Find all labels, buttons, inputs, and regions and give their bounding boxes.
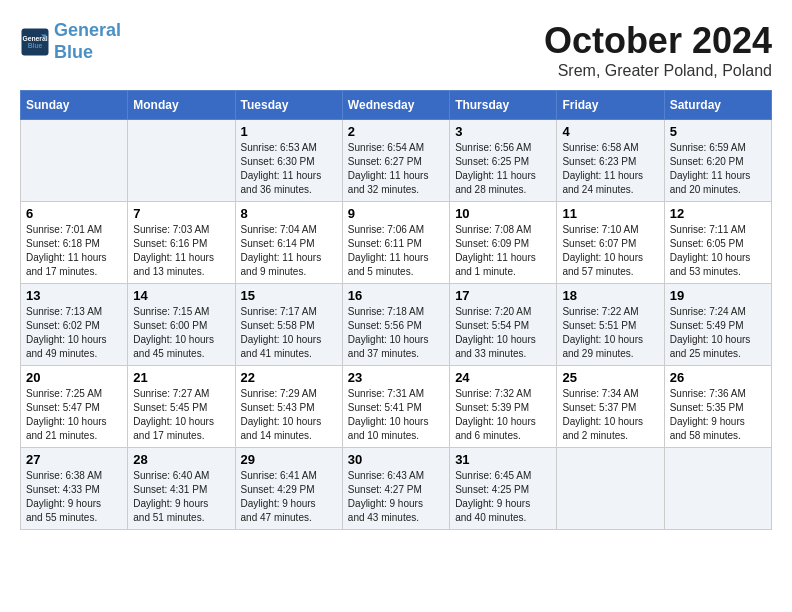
day-number: 7	[133, 206, 229, 221]
day-number: 13	[26, 288, 122, 303]
calendar-cell: 12Sunrise: 7:11 AM Sunset: 6:05 PM Dayli…	[664, 202, 771, 284]
calendar-cell	[21, 120, 128, 202]
day-number: 6	[26, 206, 122, 221]
day-number: 22	[241, 370, 337, 385]
calendar-cell: 13Sunrise: 7:13 AM Sunset: 6:02 PM Dayli…	[21, 284, 128, 366]
logo-icon: General Blue	[20, 27, 50, 57]
location-title: Srem, Greater Poland, Poland	[544, 62, 772, 80]
calendar-cell: 1Sunrise: 6:53 AM Sunset: 6:30 PM Daylig…	[235, 120, 342, 202]
day-header-saturday: Saturday	[664, 91, 771, 120]
calendar-cell: 19Sunrise: 7:24 AM Sunset: 5:49 PM Dayli…	[664, 284, 771, 366]
calendar-cell: 27Sunrise: 6:38 AM Sunset: 4:33 PM Dayli…	[21, 448, 128, 530]
day-number: 21	[133, 370, 229, 385]
day-info: Sunrise: 6:53 AM Sunset: 6:30 PM Dayligh…	[241, 141, 337, 197]
week-row-5: 27Sunrise: 6:38 AM Sunset: 4:33 PM Dayli…	[21, 448, 772, 530]
day-info: Sunrise: 6:54 AM Sunset: 6:27 PM Dayligh…	[348, 141, 444, 197]
day-info: Sunrise: 6:40 AM Sunset: 4:31 PM Dayligh…	[133, 469, 229, 525]
calendar-cell	[557, 448, 664, 530]
day-number: 29	[241, 452, 337, 467]
day-number: 31	[455, 452, 551, 467]
calendar-cell	[664, 448, 771, 530]
day-info: Sunrise: 7:13 AM Sunset: 6:02 PM Dayligh…	[26, 305, 122, 361]
day-number: 9	[348, 206, 444, 221]
day-header-monday: Monday	[128, 91, 235, 120]
week-row-2: 6Sunrise: 7:01 AM Sunset: 6:18 PM Daylig…	[21, 202, 772, 284]
calendar-cell: 18Sunrise: 7:22 AM Sunset: 5:51 PM Dayli…	[557, 284, 664, 366]
logo-text: General Blue	[54, 20, 121, 63]
day-number: 12	[670, 206, 766, 221]
calendar-cell: 24Sunrise: 7:32 AM Sunset: 5:39 PM Dayli…	[450, 366, 557, 448]
calendar-cell: 28Sunrise: 6:40 AM Sunset: 4:31 PM Dayli…	[128, 448, 235, 530]
day-info: Sunrise: 6:45 AM Sunset: 4:25 PM Dayligh…	[455, 469, 551, 525]
calendar-cell: 21Sunrise: 7:27 AM Sunset: 5:45 PM Dayli…	[128, 366, 235, 448]
day-info: Sunrise: 7:10 AM Sunset: 6:07 PM Dayligh…	[562, 223, 658, 279]
day-header-thursday: Thursday	[450, 91, 557, 120]
day-number: 28	[133, 452, 229, 467]
day-info: Sunrise: 7:29 AM Sunset: 5:43 PM Dayligh…	[241, 387, 337, 443]
day-number: 27	[26, 452, 122, 467]
calendar-cell: 31Sunrise: 6:45 AM Sunset: 4:25 PM Dayli…	[450, 448, 557, 530]
day-number: 5	[670, 124, 766, 139]
logo: General Blue General Blue	[20, 20, 121, 63]
day-header-sunday: Sunday	[21, 91, 128, 120]
calendar-cell: 2Sunrise: 6:54 AM Sunset: 6:27 PM Daylig…	[342, 120, 449, 202]
day-header-tuesday: Tuesday	[235, 91, 342, 120]
day-number: 14	[133, 288, 229, 303]
calendar-cell: 10Sunrise: 7:08 AM Sunset: 6:09 PM Dayli…	[450, 202, 557, 284]
day-number: 23	[348, 370, 444, 385]
calendar-cell: 30Sunrise: 6:43 AM Sunset: 4:27 PM Dayli…	[342, 448, 449, 530]
day-info: Sunrise: 7:03 AM Sunset: 6:16 PM Dayligh…	[133, 223, 229, 279]
week-row-3: 13Sunrise: 7:13 AM Sunset: 6:02 PM Dayli…	[21, 284, 772, 366]
calendar-cell: 29Sunrise: 6:41 AM Sunset: 4:29 PM Dayli…	[235, 448, 342, 530]
calendar-cell	[128, 120, 235, 202]
calendar-cell: 6Sunrise: 7:01 AM Sunset: 6:18 PM Daylig…	[21, 202, 128, 284]
day-info: Sunrise: 7:34 AM Sunset: 5:37 PM Dayligh…	[562, 387, 658, 443]
calendar-table: SundayMondayTuesdayWednesdayThursdayFrid…	[20, 90, 772, 530]
day-info: Sunrise: 7:31 AM Sunset: 5:41 PM Dayligh…	[348, 387, 444, 443]
day-header-wednesday: Wednesday	[342, 91, 449, 120]
day-info: Sunrise: 7:25 AM Sunset: 5:47 PM Dayligh…	[26, 387, 122, 443]
day-number: 26	[670, 370, 766, 385]
day-info: Sunrise: 7:32 AM Sunset: 5:39 PM Dayligh…	[455, 387, 551, 443]
calendar-cell: 5Sunrise: 6:59 AM Sunset: 6:20 PM Daylig…	[664, 120, 771, 202]
calendar-cell: 26Sunrise: 7:36 AM Sunset: 5:35 PM Dayli…	[664, 366, 771, 448]
day-number: 25	[562, 370, 658, 385]
day-info: Sunrise: 7:36 AM Sunset: 5:35 PM Dayligh…	[670, 387, 766, 443]
month-title: October 2024	[544, 20, 772, 62]
calendar-cell: 23Sunrise: 7:31 AM Sunset: 5:41 PM Dayli…	[342, 366, 449, 448]
day-number: 4	[562, 124, 658, 139]
day-info: Sunrise: 6:56 AM Sunset: 6:25 PM Dayligh…	[455, 141, 551, 197]
day-number: 24	[455, 370, 551, 385]
calendar-cell: 17Sunrise: 7:20 AM Sunset: 5:54 PM Dayli…	[450, 284, 557, 366]
calendar-cell: 3Sunrise: 6:56 AM Sunset: 6:25 PM Daylig…	[450, 120, 557, 202]
day-number: 3	[455, 124, 551, 139]
calendar-cell: 16Sunrise: 7:18 AM Sunset: 5:56 PM Dayli…	[342, 284, 449, 366]
calendar-cell: 22Sunrise: 7:29 AM Sunset: 5:43 PM Dayli…	[235, 366, 342, 448]
day-info: Sunrise: 7:15 AM Sunset: 6:00 PM Dayligh…	[133, 305, 229, 361]
day-info: Sunrise: 7:08 AM Sunset: 6:09 PM Dayligh…	[455, 223, 551, 279]
day-number: 2	[348, 124, 444, 139]
calendar-cell: 7Sunrise: 7:03 AM Sunset: 6:16 PM Daylig…	[128, 202, 235, 284]
day-number: 10	[455, 206, 551, 221]
day-info: Sunrise: 7:24 AM Sunset: 5:49 PM Dayligh…	[670, 305, 766, 361]
calendar-cell: 11Sunrise: 7:10 AM Sunset: 6:07 PM Dayli…	[557, 202, 664, 284]
calendar-cell: 25Sunrise: 7:34 AM Sunset: 5:37 PM Dayli…	[557, 366, 664, 448]
day-number: 1	[241, 124, 337, 139]
day-info: Sunrise: 6:58 AM Sunset: 6:23 PM Dayligh…	[562, 141, 658, 197]
day-number: 19	[670, 288, 766, 303]
day-info: Sunrise: 7:17 AM Sunset: 5:58 PM Dayligh…	[241, 305, 337, 361]
day-number: 20	[26, 370, 122, 385]
day-number: 30	[348, 452, 444, 467]
svg-text:Blue: Blue	[28, 42, 43, 49]
calendar-cell: 9Sunrise: 7:06 AM Sunset: 6:11 PM Daylig…	[342, 202, 449, 284]
day-number: 17	[455, 288, 551, 303]
day-info: Sunrise: 7:01 AM Sunset: 6:18 PM Dayligh…	[26, 223, 122, 279]
day-header-friday: Friday	[557, 91, 664, 120]
day-info: Sunrise: 7:18 AM Sunset: 5:56 PM Dayligh…	[348, 305, 444, 361]
day-info: Sunrise: 7:22 AM Sunset: 5:51 PM Dayligh…	[562, 305, 658, 361]
calendar-cell: 15Sunrise: 7:17 AM Sunset: 5:58 PM Dayli…	[235, 284, 342, 366]
calendar-cell: 14Sunrise: 7:15 AM Sunset: 6:00 PM Dayli…	[128, 284, 235, 366]
calendar-cell: 4Sunrise: 6:58 AM Sunset: 6:23 PM Daylig…	[557, 120, 664, 202]
day-number: 16	[348, 288, 444, 303]
day-info: Sunrise: 7:27 AM Sunset: 5:45 PM Dayligh…	[133, 387, 229, 443]
